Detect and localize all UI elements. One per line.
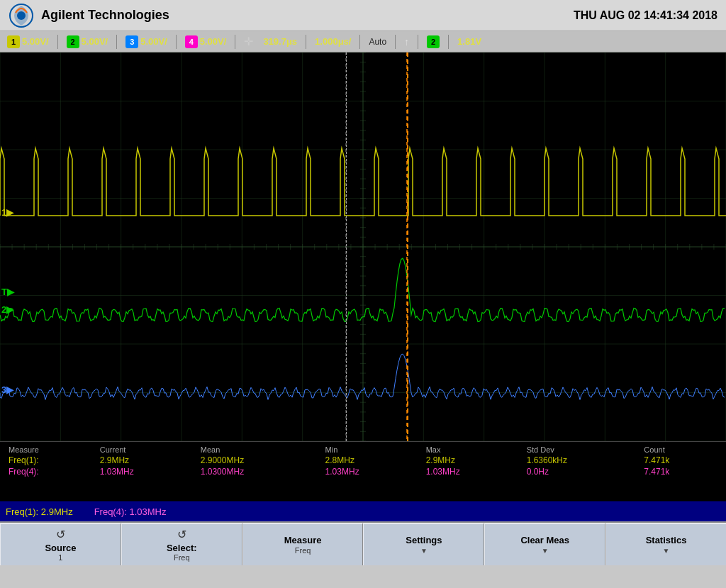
time-offset-item: 319.7μs — [259, 35, 301, 48]
trigger-ch-item: 2 — [423, 34, 444, 50]
meas-col-current: Current — [97, 445, 198, 455]
time-offset: 319.7μs — [263, 36, 297, 47]
meas-row-count-1: 7.471k — [641, 466, 720, 477]
meas-row-mean-0: 2.9000MHz — [198, 455, 323, 466]
meas-row-count-0: 7.471k — [641, 455, 720, 466]
freq-display-bar: Freq(1): 2.9MHz Freq(4): 1.03MHz — [0, 501, 726, 521]
ch1-marker: 1▶ — [1, 207, 13, 218]
toolbar-separator-7 — [395, 35, 396, 49]
measure-freq-button[interactable]: Measure Freq — [242, 523, 364, 565]
ch4-badge: 4 — [185, 35, 198, 48]
trigger-ch-badge: 2 — [427, 35, 440, 48]
meas-row-stddev-1: 0.0Hz — [524, 466, 642, 477]
ch1-toolbar-item[interactable]: 1 5.00V/ — [3, 34, 53, 50]
meas-col-mean: Mean — [198, 445, 323, 455]
meas-row-min-1: 1.03MHz — [323, 466, 423, 477]
toolbar-separator-4 — [235, 35, 235, 49]
meas-row-label-1: Freq(4): — [6, 466, 97, 477]
ch3-badge: 3 — [125, 35, 138, 48]
meas-row-mean-1: 1.0300MHz — [198, 466, 323, 477]
toolbar-separator-3 — [176, 35, 177, 49]
freq1-value: 2.9MHz — [41, 506, 73, 517]
freq4-value: 1.03MHz — [129, 506, 166, 517]
measure-freq-label-line2: Freq — [295, 546, 311, 555]
ch4-toolbar-item[interactable]: 4 5.00V/ — [181, 34, 231, 50]
settings-button[interactable]: Settings ▼ — [363, 523, 484, 565]
trigger-mode: Auto — [369, 37, 386, 47]
toolbar: 1 5.00V/ 2 5.00V/ 3 5.00V/ 4 5.00V/ ✛ 31… — [0, 31, 726, 52]
agilent-logo-icon — [9, 3, 34, 28]
trigger-level-item: 1.81V — [453, 35, 486, 48]
bottom-button-bar: ↺ Source 1 ↺ Select: Freq Measure Freq S… — [0, 521, 726, 565]
ch2-badge: 2 — [67, 35, 79, 48]
ch2-scale: 5.00V/ — [82, 36, 108, 47]
statistics-arrow-icon: ▼ — [663, 547, 670, 555]
settings-label: Settings — [406, 535, 442, 546]
ch3-scale: 5.00V/ — [140, 36, 167, 47]
toolbar-separator-1 — [57, 35, 58, 49]
ch1-badge: 1 — [7, 35, 20, 48]
toolbar-separator-8 — [418, 35, 418, 49]
freq1-label: Freq(1): — [6, 506, 41, 517]
freq1-display: Freq(1): 2.9MHz — [6, 506, 73, 517]
select-label-line1: Select: — [167, 543, 197, 554]
select-label-line2: Freq — [174, 553, 190, 562]
meas-row-max-0: 2.9MHz — [423, 455, 524, 466]
svg-point-1 — [17, 11, 26, 20]
toolbar-separator-5 — [306, 35, 306, 49]
meas-col-measure: Measure — [6, 445, 97, 455]
clear-meas-arrow-icon: ▼ — [542, 547, 549, 555]
ch2-marker: T▶ — [1, 287, 14, 297]
crosshair-toolbar-item: ✛ — [240, 33, 257, 50]
meas-col-min: Min — [323, 445, 423, 455]
toolbar-separator-9 — [448, 35, 449, 49]
ch2-level-marker: 2▶ — [1, 304, 13, 315]
trigger-slope-item: ↑ — [400, 35, 413, 49]
meas-row-current-1: 1.03MHz — [97, 466, 198, 477]
ch3-toolbar-item[interactable]: 3 5.00V/ — [121, 34, 172, 50]
source-label-line2: 1 — [58, 553, 62, 562]
time-scale-item: 1.000μs/ — [311, 35, 355, 48]
source-button[interactable]: ↺ Source 1 — [0, 523, 121, 565]
freq4-display: Freq(4): 1.03MHz — [94, 506, 167, 517]
measurement-table: Measure Current Mean Min Max Std Dev Cou… — [0, 441, 726, 501]
source-icon: ↺ — [56, 528, 65, 541]
meas-row-label-0: Freq(1): — [6, 455, 97, 466]
select-icon: ↺ — [177, 528, 186, 541]
ch4-scale: 5.00V/ — [200, 36, 227, 47]
waveform-canvas — [0, 52, 726, 441]
meas-row-max-1: 1.03MHz — [423, 466, 524, 477]
meas-row-stddev-0: 1.6360kHz — [524, 455, 642, 466]
clear-meas-label: Clear Meas — [520, 535, 569, 546]
header-left: Agilent Technologies — [9, 3, 169, 28]
settings-arrow-icon: ▼ — [420, 547, 428, 555]
header: Agilent Technologies THU AUG 02 14:41:34… — [0, 0, 726, 31]
meas-col-stddev: Std Dev — [524, 445, 642, 455]
crosshair-icon: ✛ — [244, 35, 253, 48]
ch2-toolbar-item[interactable]: 2 5.00V/ — [62, 34, 113, 50]
time-scale: 1.000μs/ — [315, 36, 351, 47]
measure-freq-label-line1: Measure — [284, 535, 322, 546]
trigger-slope-icon: ↑ — [404, 36, 409, 48]
meas-row-min-0: 2.8MHz — [323, 455, 423, 466]
statistics-label: Statistics — [646, 535, 687, 546]
statistics-button[interactable]: Statistics ▼ — [605, 523, 726, 565]
datetime-display: THU AUG 02 14:41:34 2018 — [574, 9, 717, 22]
freq4-label: Freq(4): — [94, 506, 130, 517]
scope-display: 1▶ T▶ 2▶ 3▶ 4▶ — [0, 52, 726, 441]
company-name: Agilent Technologies — [41, 8, 169, 23]
source-label-line1: Source — [45, 543, 76, 554]
trigger-level: 1.81V — [457, 36, 481, 47]
toolbar-separator-6 — [359, 35, 360, 49]
ch1-scale: 5.00V/ — [22, 36, 49, 47]
trigger-mode-item: Auto — [364, 35, 391, 48]
clear-meas-button[interactable]: Clear Meas ▼ — [484, 523, 605, 565]
meas-row-current-0: 2.9MHz — [97, 455, 198, 466]
select-button[interactable]: ↺ Select: Freq — [121, 523, 242, 565]
toolbar-separator-2 — [116, 35, 117, 49]
meas-col-max: Max — [423, 445, 524, 455]
ch3-marker: 3▶ — [1, 384, 13, 395]
meas-col-count: Count — [641, 445, 720, 455]
